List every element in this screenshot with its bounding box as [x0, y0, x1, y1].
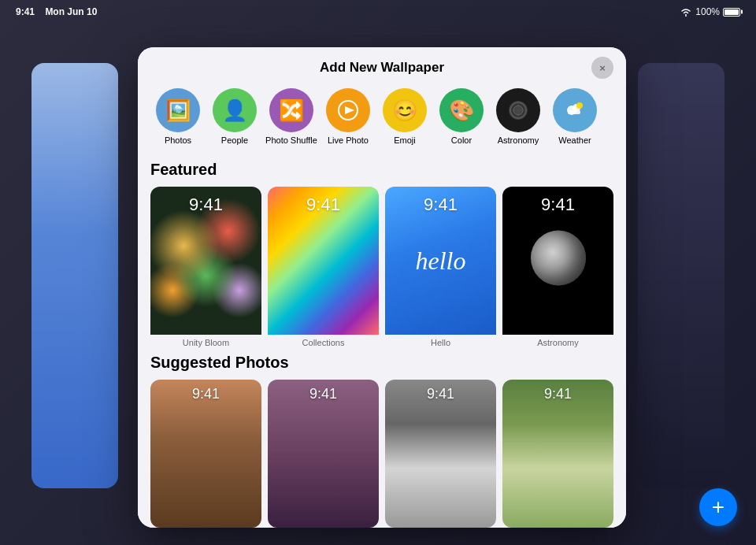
modal-title: Add New Wallpaper: [320, 60, 444, 76]
type-label-photo-shuffle: Photo Shuffle: [265, 135, 317, 145]
suggested-time-2: 9:41: [268, 386, 379, 402]
featured-item-collections[interactable]: 9:41 Collections: [268, 187, 379, 347]
type-label-photos: Photos: [165, 135, 191, 145]
featured-label-hello: Hello: [385, 338, 496, 347]
status-time-date: 9:41 Mon Jun 10: [16, 6, 97, 17]
type-item-color[interactable]: 🎨Color: [434, 88, 489, 145]
modal-scroll-content[interactable]: Featured 9:41 Unity Bloom 9:41 Collectio…: [138, 154, 626, 528]
type-icon-color: 🎨: [439, 88, 484, 132]
featured-item-unity-bloom[interactable]: 9:41 Unity Bloom: [150, 187, 261, 347]
hello-text: hello: [416, 247, 466, 276]
suggested-item-3[interactable]: 9:41: [385, 380, 496, 528]
suggested-item-2[interactable]: 9:41: [268, 380, 379, 528]
type-label-color: Color: [451, 135, 472, 145]
featured-title: Featured: [150, 161, 613, 179]
featured-label-unity-bloom: Unity Bloom: [150, 338, 261, 347]
status-date: Mon Jun 10: [45, 6, 97, 17]
battery-icon: [723, 8, 740, 17]
type-icon-weather: [553, 88, 597, 132]
svg-rect-9: [568, 110, 580, 114]
suggested-item-1[interactable]: 9:41: [150, 380, 261, 528]
type-icon-emoji: 😊: [383, 88, 427, 132]
suggested-photos-grid: 9:41 9:41 9:41 9:41: [150, 380, 613, 528]
modal-header: Add New Wallpaper ×: [138, 47, 626, 82]
featured-thumb-collections: 9:41: [268, 187, 379, 335]
suggested-time-1: 9:41: [150, 386, 261, 402]
suggested-thumb-1: 9:41: [150, 380, 261, 528]
type-icon-live-photo: [326, 88, 370, 132]
wallpaper-types-row: 🖼️Photos👤People🔀Photo ShuffleLive Photo😊…: [138, 82, 626, 154]
type-item-live-photo[interactable]: Live Photo: [321, 88, 376, 145]
featured-thumb-astronomy: 9:41: [502, 187, 613, 335]
wifi-icon: [680, 7, 692, 17]
featured-label-collections: Collections: [268, 338, 379, 347]
type-item-astronomy[interactable]: Astronomy: [491, 88, 546, 145]
status-time: 9:41: [16, 6, 35, 17]
suggested-time-3: 9:41: [385, 386, 496, 402]
type-label-emoji: Emoji: [394, 135, 416, 145]
type-icon-astronomy: [496, 88, 540, 132]
type-label-astronomy: Astronomy: [498, 135, 539, 145]
type-item-weather[interactable]: Weather: [547, 88, 602, 145]
suggested-item-4[interactable]: 9:41: [502, 380, 613, 528]
type-icon-photos: 🖼️: [156, 88, 200, 132]
add-button[interactable]: +: [699, 488, 737, 526]
featured-thumb-unity-bloom: 9:41: [150, 187, 261, 335]
type-item-photo-shuffle[interactable]: 🔀Photo Shuffle: [264, 88, 319, 145]
suggested-thumb-4: 9:41: [502, 380, 613, 528]
suggested-thumb-3: 9:41: [385, 380, 496, 528]
type-item-photos[interactable]: 🖼️Photos: [150, 88, 206, 145]
wallpaper-preview-left: [32, 63, 118, 488]
status-icons: 100%: [680, 6, 740, 17]
type-item-emoji[interactable]: 😊Emoji: [377, 88, 432, 145]
type-label-live-photo: Live Photo: [328, 135, 369, 145]
close-button[interactable]: ×: [591, 57, 613, 79]
suggested-photos-title: Suggested Photos: [150, 354, 613, 372]
battery-pct: 100%: [695, 6, 720, 17]
featured-item-astronomy[interactable]: 9:41 Astronomy: [502, 187, 613, 347]
svg-point-10: [576, 102, 583, 109]
type-label-weather: Weather: [558, 135, 591, 145]
featured-time-astronomy: 9:41: [502, 195, 613, 215]
suggested-time-4: 9:41: [502, 386, 613, 402]
wallpaper-preview-right: [638, 63, 724, 488]
suggested-thumb-2: 9:41: [268, 380, 379, 528]
featured-label-astronomy: Astronomy: [502, 338, 613, 347]
featured-time-hello: 9:41: [385, 195, 496, 215]
status-bar: 9:41 Mon Jun 10 100%: [0, 6, 756, 17]
moon-graphic: [531, 231, 586, 286]
type-icon-photo-shuffle: 🔀: [269, 88, 313, 132]
type-label-people: People: [221, 135, 248, 145]
featured-time-unity: 9:41: [150, 195, 261, 215]
featured-item-hello[interactable]: 9:41 hello Hello: [385, 187, 496, 347]
featured-thumb-hello: 9:41 hello: [385, 187, 496, 335]
type-item-people[interactable]: 👤People: [207, 88, 262, 145]
type-icon-people: 👤: [213, 88, 257, 132]
featured-time-collections: 9:41: [268, 195, 379, 215]
svg-marker-1: [345, 106, 354, 114]
add-wallpaper-modal: Add New Wallpaper × 🖼️Photos👤People🔀Phot…: [138, 47, 626, 528]
featured-grid: 9:41 Unity Bloom 9:41 Collections 9:41 h…: [150, 187, 613, 347]
